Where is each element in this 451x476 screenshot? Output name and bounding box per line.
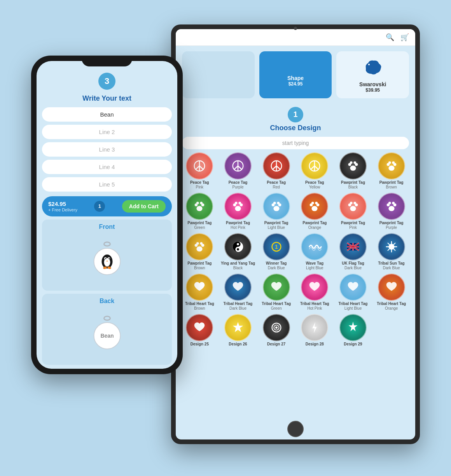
search-icon[interactable]: 🔍 — [386, 33, 394, 42]
svg-point-11 — [104, 316, 110, 320]
design-item[interactable]: Tribal Heart Tag Brown — [182, 274, 217, 311]
design-item[interactable]: Pawprint Tag Green — [182, 193, 217, 230]
design-item[interactable]: Pawprint Tag Purple — [374, 193, 409, 230]
svg-point-42 — [388, 166, 394, 171]
shape-icon — [263, 57, 328, 73]
phone-line2-input[interactable]: Line 2 — [42, 125, 172, 139]
swarovski-price: $39.95 — [340, 87, 405, 93]
design-item[interactable]: Tribal Heart Tag Orange — [374, 274, 409, 311]
design-item-label: Tribal Heart Tag Light Blue — [339, 302, 368, 311]
phone-screen: 3 Write Your text Bean Line 2 Line 3 Lin… — [37, 61, 177, 369]
design-item[interactable]: Pawprint Tag Light Blue — [259, 193, 294, 230]
tablet-home-button[interactable] — [287, 421, 304, 437]
design-item-label: Pawprint Tag Light Blue — [264, 221, 288, 230]
svg-point-77 — [197, 246, 203, 251]
phone-back-label: Back — [100, 298, 114, 305]
design-item-image: 1 — [263, 233, 290, 260]
design-item-label: Peace Tag Red — [267, 180, 286, 190]
svg-line-23 — [196, 166, 199, 170]
back-tag-svg: Bean — [93, 316, 122, 350]
design-item[interactable]: Tribal Sun Tag Dark Blue — [374, 233, 409, 270]
design-item-label: Pawprint Tag Brown — [379, 180, 404, 190]
design-item-label: Tribal Heart Tag Green — [262, 302, 291, 311]
design-item-image — [301, 274, 328, 301]
design-item[interactable]: 1 Winner Tag Dark Blue — [259, 233, 294, 270]
design-item-image — [378, 193, 405, 220]
design-item-image — [224, 193, 252, 220]
svg-point-55 — [235, 202, 238, 204]
svg-line-102 — [393, 249, 395, 250]
design-item[interactable]: Peace Tag Pink — [182, 152, 217, 190]
design-item[interactable]: Ying and Yang Tag Black — [220, 233, 256, 270]
svg-point-0 — [104, 242, 110, 246]
svg-text:1: 1 — [274, 243, 278, 249]
design-item-label: Design 29 — [344, 342, 362, 347]
design-item-label: Pawprint Tag Hot Pink — [226, 221, 250, 230]
design-item[interactable]: Wave Tag Light Blue — [297, 233, 332, 270]
swarovski-type-button[interactable]: Swarovski $39.95 — [336, 51, 409, 98]
shape-type-button[interactable]: Shape $24.95 — [259, 51, 332, 98]
design-item-label: Peace Tag Pink — [190, 180, 209, 190]
design-item[interactable]: Tribal Heart Tag Green — [259, 274, 294, 311]
design-item-label: Pawprint Tag Brown — [187, 261, 212, 270]
front-tag-svg — [93, 241, 122, 275]
design-item[interactable]: Design 25 — [182, 314, 217, 347]
svg-point-51 — [200, 202, 203, 204]
design-item-label: Pawprint Tag Black — [341, 180, 365, 190]
shape-label: Shape — [263, 75, 328, 81]
design-search-input[interactable]: start typing — [182, 137, 409, 149]
phone-line4-input[interactable]: Line 4 — [42, 160, 172, 174]
design-item-image — [224, 274, 252, 301]
phone-notch — [82, 56, 132, 66]
design-item[interactable]: Peace Tag Purple — [220, 152, 256, 190]
design-item-label: Pawprint Tag Orange — [302, 221, 327, 230]
svg-point-56 — [238, 202, 241, 204]
design-item-image — [224, 152, 252, 180]
phone-front-preview: Front — [42, 220, 172, 291]
design-item[interactable]: Pawprint Tag Brown — [182, 233, 217, 270]
phone-device: 3 Write Your text Bean Line 2 Line 3 Lin… — [31, 56, 183, 374]
svg-point-45 — [388, 161, 391, 164]
phone-step-circle: 3 — [98, 73, 115, 90]
design-item[interactable]: Design 27 — [259, 314, 294, 347]
design-item[interactable]: Design 26 — [220, 314, 256, 347]
bone-icon — [285, 57, 306, 71]
design-item[interactable]: Peace Tag Yellow — [297, 152, 332, 190]
design-item-label: Ying and Yang Tag Black — [221, 261, 255, 270]
design-item[interactable]: UK Flag Tag Dark Blue — [336, 233, 371, 270]
design-item-image — [339, 193, 367, 220]
design-item[interactable]: Pawprint Tag Pink — [336, 193, 371, 230]
svg-point-41 — [353, 161, 356, 164]
svg-point-83 — [237, 243, 239, 245]
design-item-label: Tribal Sun Tag Dark Blue — [378, 261, 405, 270]
design-item-image — [263, 274, 290, 301]
add-to-cart-button[interactable]: Add to Cart — [122, 200, 166, 213]
design-item-image — [186, 152, 213, 180]
design-item[interactable]: Design 28 — [297, 314, 332, 347]
phone-line1-input[interactable]: Bean — [42, 107, 172, 122]
design-item[interactable]: Pawprint Tag Hot Pink — [220, 193, 256, 230]
svg-point-65 — [311, 202, 314, 204]
design-item[interactable]: Tribal Heart Tag Light Blue — [336, 274, 371, 311]
phone-line5-input[interactable]: Line 5 — [42, 177, 172, 192]
design-item[interactable]: Pawprint Tag Black — [336, 152, 371, 190]
phone-qty[interactable]: 1 — [94, 201, 105, 212]
svg-point-57 — [273, 206, 279, 211]
design-item[interactable]: Pawprint Tag Brown — [374, 152, 409, 190]
design-item[interactable]: Peace Tag Red — [259, 152, 294, 190]
design-item[interactable]: Tribal Heart Tag Dark Blue — [220, 274, 256, 311]
cart-icon[interactable]: 🛒 — [400, 33, 409, 42]
svg-line-27 — [234, 166, 238, 170]
design-item-image — [186, 193, 213, 220]
design-item-label: Design 26 — [229, 342, 247, 347]
shape-price: $24.95 — [263, 81, 328, 87]
phone-line3-input[interactable]: Line 3 — [42, 142, 172, 157]
tablet-step-section: 1 Choose Design — [176, 104, 415, 137]
design-item[interactable]: Pawprint Tag Orange — [297, 193, 332, 230]
design-item[interactable]: Tribal Heart Tag Hot Pink — [297, 274, 332, 311]
design-item[interactable]: Design 29 — [336, 314, 371, 347]
design-item-label: Tribal Heart Tag Hot Pink — [300, 302, 329, 311]
design-item-image — [186, 233, 213, 260]
design-item-image — [301, 152, 328, 180]
svg-line-101 — [388, 243, 389, 244]
